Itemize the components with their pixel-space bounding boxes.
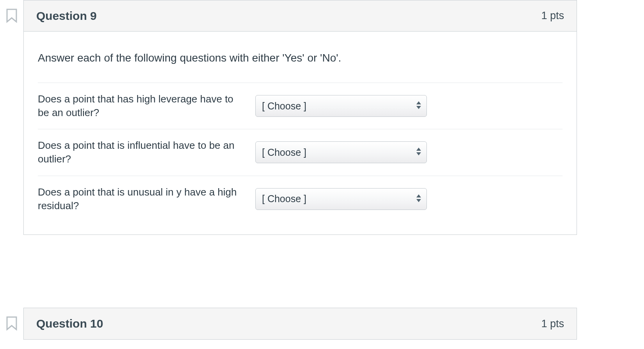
question-title: Question 9: [36, 9, 97, 23]
bookmark-gutter-q9: [0, 7, 23, 24]
match-select-2[interactable]: [ Choose ]: [255, 141, 427, 163]
bookmark-gutter-q10: [0, 315, 23, 332]
match-row: Does a point that is influential have to…: [38, 129, 563, 175]
match-select-wrapper: [ Choose ]: [255, 141, 427, 163]
question-card-10: Question 10 1 pts: [23, 308, 577, 340]
match-label: Does a point that is influential have to…: [38, 139, 248, 166]
bookmark-icon[interactable]: [6, 8, 18, 23]
match-select-1[interactable]: [ Choose ]: [255, 95, 427, 117]
bookmark-icon[interactable]: [6, 316, 18, 331]
match-select-wrapper: [ Choose ]: [255, 188, 427, 210]
match-row: Does a point that is unusual in y have a…: [38, 176, 563, 213]
match-row: Does a point that has high leverage have…: [38, 83, 563, 129]
question-points: 1 pts: [541, 10, 564, 22]
select-value: [ Choose ]: [262, 147, 306, 158]
question-points: 1 pts: [541, 318, 564, 330]
select-value: [ Choose ]: [262, 100, 306, 112]
question-card-9: Question 9 1 pts Answer each of the foll…: [23, 0, 577, 235]
select-value: [ Choose ]: [262, 193, 306, 204]
match-label: Does a point that has high leverage have…: [38, 92, 248, 120]
match-label: Does a point that is unusual in y have a…: [38, 185, 248, 213]
match-select-3[interactable]: [ Choose ]: [255, 188, 427, 210]
quiz-page: Question 9 1 pts Answer each of the foll…: [0, 0, 644, 349]
question-title: Question 10: [36, 317, 103, 330]
question-header: Question 9 1 pts: [24, 0, 577, 32]
question-prompt: Answer each of the following questions w…: [38, 50, 563, 65]
question-header: Question 10 1 pts: [24, 308, 577, 339]
question-body: Answer each of the following questions w…: [24, 32, 577, 234]
match-select-wrapper: [ Choose ]: [255, 95, 427, 117]
